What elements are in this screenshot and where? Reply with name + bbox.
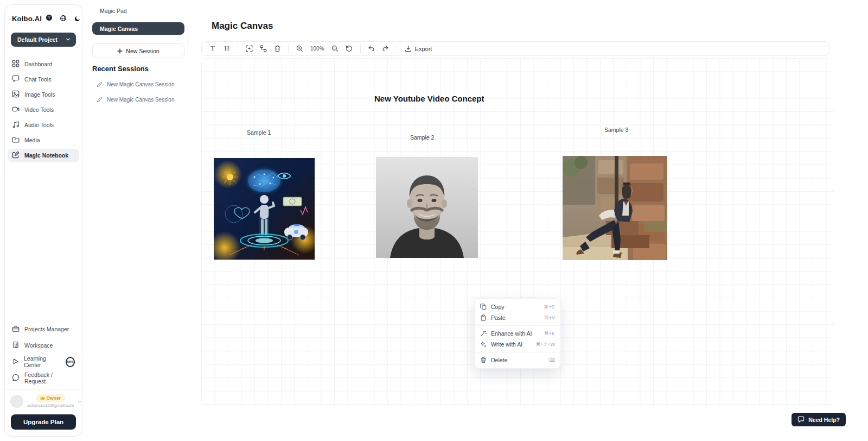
sidebar-item-label: Workspace (24, 342, 53, 349)
canvas-toolbar: T H 100% Export (201, 41, 829, 56)
sidebar-item-label: Video Tools (24, 106, 54, 113)
video-icon (12, 105, 20, 114)
zoom-in-button[interactable] (293, 43, 306, 54)
new-session-label: New Session (126, 48, 159, 54)
download-icon (405, 45, 412, 52)
shortcut: ⌫ (548, 357, 555, 363)
sample-1-image[interactable] (214, 158, 315, 260)
sidebar-item-label: Feedback / Request (24, 371, 75, 385)
image-icon (12, 90, 20, 99)
user-email: zoharvan12@gmail.com (27, 403, 74, 408)
upgrade-plan-button[interactable]: Upgrade Plan (11, 414, 76, 430)
pencil-icon (97, 81, 103, 87)
delete-tool-button[interactable] (271, 43, 284, 54)
sidebar-item-projects-manager[interactable]: Projects Manager (8, 323, 79, 335)
sidebar-item-label: Media (24, 137, 40, 143)
magic-wand-icon (480, 330, 487, 337)
sample-2-image[interactable] (376, 157, 478, 258)
sidebar-item-label: Chat Tools (24, 76, 51, 83)
flow-connector-button[interactable] (257, 43, 270, 54)
shortcut: ⌘+C (544, 304, 555, 310)
magic-canvas-item[interactable]: Magic Canvas (92, 22, 184, 35)
zoom-level[interactable]: 100% (307, 46, 328, 52)
sidebar-item-audio-tools[interactable]: Audio Tools (8, 118, 79, 131)
export-button[interactable]: Export (401, 45, 436, 52)
menu-divider (475, 352, 560, 352)
sample-1-label[interactable]: Sample 1 (247, 129, 271, 136)
context-menu: Copy ⌘+C Paste ⌘+V Enhance with AI ⌘+E W… (474, 298, 561, 369)
ai-scan-icon (246, 45, 253, 52)
heading-tool-button[interactable]: H (220, 43, 233, 54)
context-menu-item-copy[interactable]: Copy ⌘+C (475, 301, 560, 312)
language-globe-icon[interactable] (60, 14, 67, 24)
ai-select-button[interactable] (242, 43, 256, 54)
paste-icon (480, 314, 487, 321)
sidebar-item-workspace[interactable]: Workspace (8, 339, 79, 351)
dark-mode-moon-icon[interactable] (74, 14, 81, 24)
sample-3-label[interactable]: Sample 3 (604, 127, 628, 133)
sidebar-item-label: Projects Manager (24, 326, 69, 332)
sidebar-item-magic-notebook[interactable]: Magic Notebook (8, 149, 79, 162)
sidebar-item-media[interactable]: Media (8, 134, 79, 147)
reset-view-button[interactable] (343, 43, 356, 54)
zoom-out-icon (331, 45, 339, 52)
zoom-out-button[interactable] (329, 43, 342, 54)
session-item[interactable]: New Magic Canvas Session (97, 81, 175, 87)
learning-progress-badge: 66% (66, 357, 75, 367)
sidebar-item-learning-center[interactable]: Learning Center 66% (8, 356, 79, 368)
text-tool-button[interactable]: T (206, 43, 219, 54)
context-menu-item-delete[interactable]: Delete ⌫ (475, 355, 560, 366)
sidebar-item-video-tools[interactable]: Video Tools (8, 103, 79, 116)
sample-3-image[interactable] (563, 156, 667, 260)
redo-button[interactable] (379, 43, 392, 54)
context-menu-item-enhance-with-ai[interactable]: Enhance with AI ⌘+E (475, 328, 560, 339)
copy-icon (480, 304, 487, 310)
sidebar-item-label: Image Tools (24, 91, 55, 98)
briefcase-icon (12, 325, 20, 333)
pencil-icon (97, 97, 103, 103)
need-help-button[interactable]: Need Help? (792, 413, 846, 426)
sessions-panel: Magic Pad Magic Canvas New Session Recen… (82, 0, 188, 441)
menu-divider (475, 325, 560, 326)
chevron-down-icon (66, 36, 71, 43)
context-menu-item-write-with-ai[interactable]: Write with AI ⌘+⇧+W (475, 339, 560, 350)
sidebar: Kolbo.AI Default Project Dashboard Chat … (4, 4, 82, 437)
plus-icon (117, 48, 123, 54)
need-help-label: Need Help? (808, 417, 840, 423)
sparkles-icon (480, 341, 487, 348)
sidebar-nav: Dashboard Chat Tools Image Tools Video T… (5, 58, 82, 162)
flow-icon (260, 45, 267, 52)
user-profile[interactable]: Owner zoharvan12@gmail.com (5, 389, 82, 410)
sample-2-label[interactable]: Sample 2 (410, 134, 434, 141)
sidebar-footer-nav: Projects Manager Workspace Learning Cent… (5, 323, 82, 384)
project-selector[interactable]: Default Project (11, 33, 76, 47)
crown-icon (40, 396, 45, 400)
sidebar-item-image-tools[interactable]: Image Tools (8, 88, 79, 101)
sidebar-item-label: Dashboard (24, 61, 52, 67)
chat-icon (12, 75, 20, 84)
sidebar-item-dashboard[interactable]: Dashboard (8, 58, 79, 71)
canvas-heading-text[interactable]: New Youtube Video Concept (374, 94, 484, 103)
session-item[interactable]: New Magic Canvas Session (97, 97, 175, 103)
avatar (10, 395, 23, 408)
sidebar-item-label: Learning Center (24, 355, 59, 368)
context-menu-item-paste[interactable]: Paste ⌘+V (475, 312, 560, 323)
main-area: Magic Canvas T H 100% (188, 0, 868, 441)
magic-canvas-grid[interactable]: New Youtube Video Concept Sample 1 Sampl… (201, 58, 834, 406)
undo-button[interactable] (365, 43, 378, 54)
trash-icon (480, 357, 487, 363)
brain-logo-icon (45, 14, 53, 24)
building-icon (12, 341, 20, 350)
rotate-icon (346, 45, 353, 52)
sidebar-item-feedback[interactable]: Feedback / Request (8, 372, 79, 384)
shortcut: ⌘+V (544, 315, 555, 320)
magic-pad-item[interactable]: Magic Pad (100, 8, 127, 14)
owner-badge: Owner (36, 394, 65, 402)
feedback-icon (12, 374, 20, 382)
new-session-button[interactable]: New Session (92, 43, 184, 58)
redo-icon (382, 45, 389, 52)
sidebar-item-chat-tools[interactable]: Chat Tools (8, 73, 79, 86)
page-title: Magic Canvas (212, 21, 273, 32)
folder-icon (12, 136, 20, 144)
notebook-icon (12, 151, 20, 160)
